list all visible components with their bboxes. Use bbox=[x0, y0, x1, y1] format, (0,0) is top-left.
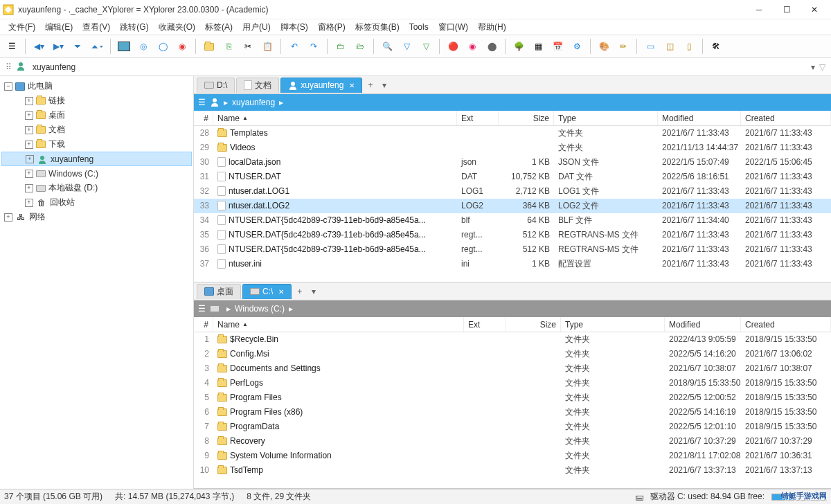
tree-node[interactable]: +Windows (C:) bbox=[1, 166, 192, 181]
color-wheel-icon[interactable]: 🔴 bbox=[445, 39, 461, 54]
down-button[interactable]: ⏷ bbox=[70, 39, 85, 54]
col-name[interactable]: Name▲ bbox=[213, 317, 464, 332]
tree-node[interactable]: +链接 bbox=[1, 93, 192, 108]
tree-root-computer[interactable]: − 此电脑 bbox=[1, 79, 192, 93]
list-item[interactable]: 32ntuser.dat.LOG1LOG12,712 KBLOG1 文件2021… bbox=[194, 184, 831, 199]
console-icon[interactable] bbox=[116, 39, 132, 54]
new-tab-button[interactable]: + bbox=[364, 80, 377, 90]
search-circle-icon[interactable]: ◯ bbox=[155, 39, 170, 54]
list-item[interactable]: 31NTUSER.DATDAT10,752 KBDAT 文件2022/5/6 1… bbox=[194, 170, 831, 184]
list-item[interactable]: 34NTUSER.DAT{5dc42b89-c739-11eb-b6d9-a85… bbox=[194, 213, 831, 228]
top-breadcrumb[interactable]: ☰ ▸ xuyaunfeng ▸ bbox=[194, 94, 831, 111]
tab-dropdown-icon[interactable]: ▾ bbox=[307, 287, 320, 296]
spiral-icon[interactable]: ◉ bbox=[465, 39, 480, 54]
tree-node[interactable]: +文档 bbox=[1, 123, 192, 137]
list-item[interactable]: 7ProgramData文件夹2022/5/5 12:01:102018/9/1… bbox=[194, 420, 831, 434]
filter-active-icon[interactable]: ▽ bbox=[418, 39, 434, 54]
expand-icon[interactable]: + bbox=[4, 213, 12, 222]
maximize-button[interactable]: ☐ bbox=[773, 1, 801, 19]
chevron-right-icon[interactable]: ▸ bbox=[289, 304, 293, 314]
menu-item[interactable]: 收藏夹(O) bbox=[154, 20, 199, 35]
col-created[interactable]: Created bbox=[741, 317, 831, 332]
menu-item[interactable]: 窗格(P) bbox=[314, 20, 350, 35]
menu-icon[interactable]: ☰ bbox=[4, 39, 19, 54]
menu-item[interactable]: 跳转(G) bbox=[116, 20, 152, 35]
filter-icon[interactable]: ▽ bbox=[399, 39, 414, 54]
new-tab-button[interactable]: + bbox=[293, 287, 306, 296]
tools-icon[interactable]: 🛠 bbox=[708, 39, 724, 54]
list-item[interactable]: 37ntuser.iniini1 KB配置设置2021/6/7 11:33:43… bbox=[194, 257, 831, 271]
tab[interactable]: 文档 bbox=[236, 78, 279, 93]
expand-icon[interactable]: + bbox=[25, 184, 33, 192]
tree-node[interactable]: +xuyaunfeng bbox=[1, 152, 192, 166]
new-folder-icon[interactable] bbox=[202, 39, 217, 54]
list-item[interactable]: 35NTUSER.DAT{5dc42b89-c739-11eb-b6d9-a85… bbox=[194, 228, 831, 242]
list-item[interactable]: 33ntuser.dat.LOG2LOG2364 KBLOG2 文件2021/6… bbox=[194, 199, 831, 213]
back-button[interactable]: ◀▾ bbox=[31, 39, 46, 54]
close-icon[interactable]: ✕ bbox=[278, 288, 284, 296]
col-created[interactable]: Created bbox=[741, 111, 831, 125]
col-modified[interactable]: Modified bbox=[658, 111, 741, 125]
bottom-breadcrumb[interactable]: ☰ ▸ Windows (C:) ▸ bbox=[194, 300, 831, 317]
col-index[interactable]: # bbox=[194, 317, 213, 332]
search-icon[interactable]: 🔍 bbox=[379, 39, 395, 54]
col-size[interactable]: Size bbox=[499, 111, 554, 125]
list-item[interactable]: 10TsdTemp文件夹2021/6/7 13:37:132021/6/7 13… bbox=[194, 463, 831, 478]
col-name[interactable]: Name▲ bbox=[213, 111, 457, 125]
folder-tree[interactable]: − 此电脑 +链接+桌面+文档+下载+xuyaunfeng+Windows (C… bbox=[0, 76, 194, 489]
tab[interactable]: xuyaunfeng✕ bbox=[280, 78, 362, 93]
menu-item[interactable]: 窗口(W) bbox=[434, 20, 472, 35]
top-list-body[interactable]: 28Templates文件夹2021/6/7 11:33:432021/6/7 … bbox=[194, 126, 831, 282]
tab-dropdown-icon[interactable]: ▾ bbox=[378, 80, 391, 90]
close-icon[interactable]: ✕ bbox=[349, 82, 355, 89]
drag-handle-icon[interactable]: ⠿ bbox=[6, 62, 12, 72]
hamburger-icon[interactable]: ☰ bbox=[198, 98, 206, 107]
breadcrumb-segment[interactable]: Windows (C:) bbox=[235, 304, 285, 314]
filter-funnel-icon[interactable]: ▽ bbox=[819, 62, 825, 72]
chevron-right-icon[interactable]: ▸ bbox=[279, 98, 283, 107]
forward-button[interactable]: ▶▾ bbox=[51, 39, 66, 54]
tree-node[interactable]: +桌面 bbox=[1, 108, 192, 123]
menu-item[interactable]: 文件(F) bbox=[4, 20, 39, 35]
collapse-icon[interactable]: − bbox=[4, 82, 12, 91]
tree-node[interactable]: +🗑回收站 bbox=[1, 195, 192, 210]
col-ext[interactable]: Ext bbox=[457, 111, 499, 125]
list-item[interactable]: 3Documents and Settings文件夹2021/6/7 10:38… bbox=[194, 361, 831, 376]
tree-network[interactable]: + 🖧 网络 bbox=[1, 210, 192, 224]
up-button[interactable]: ⏶▾ bbox=[89, 39, 105, 54]
list-item[interactable]: 9System Volume Information文件夹2021/8/11 1… bbox=[194, 449, 831, 463]
expand-icon[interactable]: + bbox=[25, 170, 33, 178]
tree-icon[interactable]: 🌳 bbox=[511, 39, 526, 54]
list-item[interactable]: 4PerfLogs文件夹2018/9/15 15:33:502018/9/15 … bbox=[194, 376, 831, 390]
menu-item[interactable]: 脚本(S) bbox=[276, 20, 312, 35]
expand-icon[interactable]: + bbox=[25, 126, 33, 134]
tab[interactable]: 桌面 bbox=[197, 284, 241, 299]
palette-icon[interactable]: 🎨 bbox=[596, 39, 611, 54]
panel-split-icon[interactable]: ◫ bbox=[662, 39, 677, 54]
menu-item[interactable]: Tools bbox=[405, 21, 433, 33]
expand-icon[interactable]: + bbox=[25, 97, 33, 105]
highlight-icon[interactable]: ✏ bbox=[616, 39, 631, 54]
dropdown-icon[interactable]: ▾ bbox=[811, 62, 815, 72]
panel-single-icon[interactable]: ▭ bbox=[643, 39, 658, 54]
list-item[interactable]: 6Program Files (x86)文件夹2022/5/5 14:16:19… bbox=[194, 405, 831, 420]
target-icon[interactable]: ◎ bbox=[136, 39, 151, 54]
bottom-list-body[interactable]: 1$Recycle.Bin文件夹2022/4/13 9:05:592018/9/… bbox=[194, 332, 831, 488]
paste-icon[interactable]: 📋 bbox=[260, 39, 275, 54]
close-button[interactable]: ✕ bbox=[801, 1, 828, 19]
chevron-right-icon[interactable]: ▸ bbox=[226, 304, 231, 314]
list-item[interactable]: 1$Recycle.Bin文件夹2022/4/13 9:05:592018/9/… bbox=[194, 332, 831, 347]
menu-item[interactable]: 标签(A) bbox=[201, 20, 237, 35]
col-modified[interactable]: Modified bbox=[665, 317, 741, 332]
tab[interactable]: D:\ bbox=[197, 78, 235, 93]
col-size[interactable]: Size bbox=[506, 317, 561, 332]
tree-node[interactable]: +本地磁盘 (D:) bbox=[1, 181, 192, 195]
menu-item[interactable]: 用户(U) bbox=[238, 20, 275, 35]
list-item[interactable]: 5Program Files文件夹2022/5/5 12:00:522018/9… bbox=[194, 390, 831, 405]
circle-icon[interactable]: ⬤ bbox=[484, 39, 499, 54]
cut-icon[interactable]: ✂ bbox=[240, 39, 256, 54]
copy-icon[interactable]: ⎘ bbox=[221, 39, 236, 54]
expand-icon[interactable]: + bbox=[25, 111, 33, 120]
menu-item[interactable]: 标签页集(B) bbox=[351, 20, 404, 35]
folder-tree-icon[interactable]: 🗀 bbox=[333, 39, 348, 54]
